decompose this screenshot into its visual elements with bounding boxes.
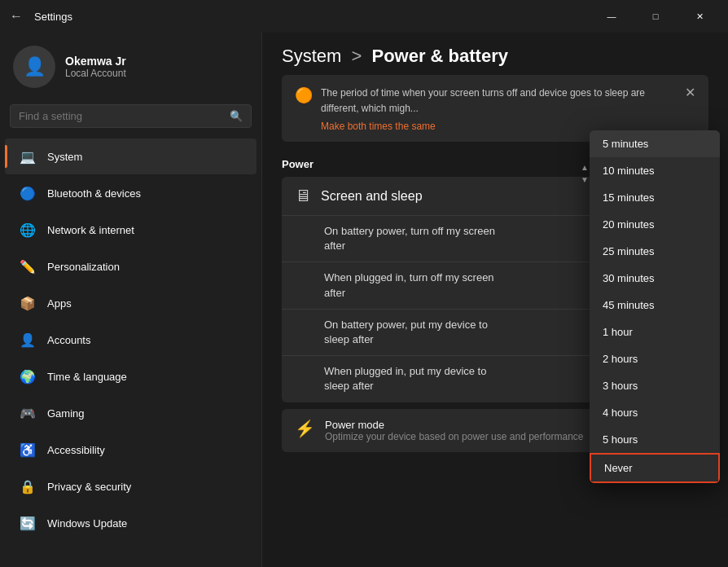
search-input[interactable] [19,110,223,122]
sidebar-item-apps[interactable]: 📦 Apps [5,285,257,321]
dropdown-item-4[interactable]: 25 minutes [590,238,720,265]
close-button[interactable]: ✕ [681,3,718,29]
avatar: 👤 [13,46,55,88]
pluggedin-screen-label: When plugged in, turn off my screen afte… [324,270,503,300]
dropdown-item-3[interactable]: 20 minutes [590,211,720,238]
warning-icon: 🟠 [295,86,313,104]
dropdown-item-8[interactable]: 2 hours [590,345,720,372]
accounts-label: Accounts [47,334,90,346]
apps-label: Apps [47,297,72,310]
minimize-button[interactable]: — [593,3,630,29]
dropdown-item-12[interactable]: Never [590,453,720,483]
power-mode-text: Power mode Optimize your device based on… [325,419,584,442]
update-icon: 🔄 [18,513,37,533]
gaming-label: Gaming [47,407,85,420]
sidebar-item-personalization[interactable]: ✏️ Personalization [5,248,257,284]
update-label: Windows Update [47,517,127,530]
dropdown-item-11[interactable]: 5 hours [590,426,720,453]
sidebar: 👤 Okemwa Jr Local Account 🔍 💻 System 🔵 B… [0,33,262,567]
screen-icon: 🖥 [295,187,311,205]
battery-screen-label: On battery power, turn off my screen aft… [324,224,503,253]
title-bar-left: ← Settings [10,9,72,24]
network-label: Network & internet [47,224,134,236]
time-dropdown: 5 minutes10 minutes15 minutes20 minutes2… [590,130,720,483]
search-container: 🔍 [0,98,261,138]
bluetooth-icon: 🔵 [18,183,37,203]
app-title: Settings [34,11,72,23]
breadcrumb-separator: > [351,46,362,66]
personalization-label: Personalization [47,261,120,273]
dropdown-item-7[interactable]: 1 hour [590,319,720,345]
scroll-down-button[interactable]: ▼ [581,175,589,184]
sidebar-item-system[interactable]: 💻 System [5,138,257,174]
content-area: System > Power & battery 🟠 The period of… [262,33,728,567]
dropdown-item-2[interactable]: 15 minutes [590,184,720,211]
privacy-icon: 🔒 [18,477,37,496]
warning-text: The period of time when your screen turn… [321,87,645,114]
personalization-icon: ✏️ [18,257,37,276]
time-icon: 🌍 [18,367,37,386]
scroll-up-button[interactable]: ▲ [581,163,589,172]
user-info: Okemwa Jr Local Account [65,55,126,79]
bluetooth-label: Bluetooth & devices [47,187,141,200]
sidebar-item-privacy[interactable]: 🔒 Privacy & security [5,468,257,504]
dropdown-item-5[interactable]: 30 minutes [590,265,720,292]
accessibility-icon: ♿ [18,440,37,459]
sidebar-item-gaming[interactable]: 🎮 Gaming [5,395,257,431]
dropdown-item-6[interactable]: 45 minutes [590,292,720,319]
screen-sleep-title: Screen and sleep [321,189,423,204]
page-header: System > Power & battery [262,33,728,75]
power-mode-title: Power mode [325,419,584,431]
accounts-icon: 👤 [18,330,37,349]
sidebar-item-bluetooth[interactable]: 🔵 Bluetooth & devices [5,175,257,211]
user-type: Local Account [65,68,126,79]
user-profile[interactable]: 👤 Okemwa Jr Local Account [0,33,261,98]
system-icon: 💻 [18,147,37,166]
system-label: System [47,151,82,163]
nav-list: 💻 System 🔵 Bluetooth & devices 🌐 Network… [0,138,261,542]
avatar-icon: 👤 [24,56,46,77]
pluggedin-sleep-label: When plugged in, put my device to sleep … [324,364,503,393]
privacy-label: Privacy & security [47,481,131,493]
power-mode-icon: ⚡ [295,419,315,438]
accessibility-label: Accessibility [47,444,105,456]
window-controls: — □ ✕ [593,3,718,29]
title-bar: ← Settings — □ ✕ [0,0,728,33]
sidebar-item-network[interactable]: 🌐 Network & internet [5,212,257,248]
sidebar-item-update[interactable]: 🔄 Windows Update [5,505,257,541]
back-button[interactable]: ← [10,9,23,24]
search-box: 🔍 [10,104,252,128]
dropdown-item-10[interactable]: 4 hours [590,399,720,426]
warning-content: The period of time when your screen turn… [321,85,677,132]
dropdown-item-0[interactable]: 5 minutes [590,130,720,157]
power-mode-subtitle: Optimize your device based on power use … [325,431,584,442]
maximize-button[interactable]: □ [637,3,674,29]
battery-sleep-label: On battery power, put my device to sleep… [324,318,503,347]
dropdown-item-9[interactable]: 3 hours [590,372,720,399]
page-title: Power & battery [371,46,508,66]
user-name: Okemwa Jr [65,55,126,68]
network-icon: 🌐 [18,220,37,240]
dropdown-item-1[interactable]: 10 minutes [590,157,720,184]
breadcrumb-system: System [282,46,341,66]
gaming-icon: 🎮 [18,403,37,423]
sidebar-item-accounts[interactable]: 👤 Accounts [5,322,257,358]
sidebar-item-accessibility[interactable]: ♿ Accessibility [5,432,257,468]
time-label: Time & language [47,371,127,383]
apps-icon: 📦 [18,293,37,313]
search-icon: 🔍 [230,110,243,122]
sidebar-item-time[interactable]: 🌍 Time & language [5,358,257,394]
warning-close-button[interactable]: ✕ [685,85,695,100]
main-layout: 👤 Okemwa Jr Local Account 🔍 💻 System 🔵 B… [0,33,728,567]
